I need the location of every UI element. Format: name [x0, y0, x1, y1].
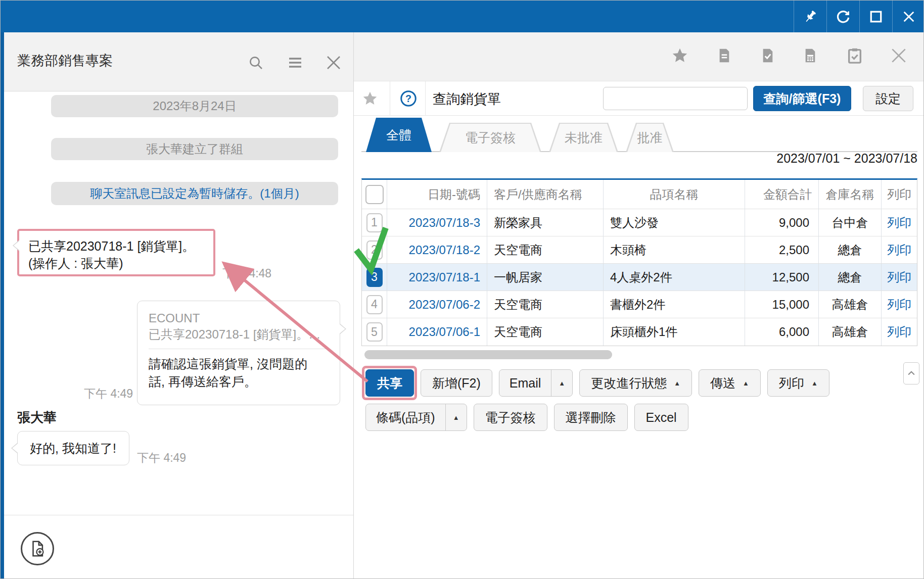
print-link[interactable]: 列印 [882, 291, 917, 318]
attach-file-button[interactable] [21, 532, 54, 565]
chat-footer-divider [4, 515, 353, 515]
warehouse-cell: 高雄倉 [819, 291, 882, 318]
chat-header: 業務部銷售專案 [4, 32, 353, 91]
table-row: 2 2023/07/18-2 天空電商 木頭椅 2,500 總倉 列印 [362, 236, 917, 264]
close-icon[interactable] [888, 44, 910, 67]
new-button[interactable]: 新增(F2) [421, 369, 492, 397]
warehouse-cell: 總倉 [819, 264, 882, 291]
share-button[interactable]: 共享 [365, 369, 414, 397]
email-button-main[interactable]: Email [499, 370, 551, 396]
row-selector[interactable]: 1 [366, 213, 383, 232]
dropdown-arrow-icon: ▲ [743, 379, 749, 387]
clipboard-check-icon[interactable] [844, 44, 866, 67]
select-delete-button[interactable]: 選擇刪除 [554, 404, 628, 431]
row-selector-selected[interactable]: 3 [366, 268, 383, 287]
send-button[interactable]: 傳送 ▲ [699, 369, 761, 397]
help-icon[interactable]: ? [398, 88, 419, 109]
document-calculator-icon[interactable] [799, 44, 821, 67]
shared-doc-preview[interactable]: 已共享20230718-1 [銷貨單]。… [149, 326, 329, 343]
print-link[interactable]: 列印 [882, 318, 917, 346]
system-message-retention: 聊天室訊息已設定為暫時儲存。(1個月) [51, 182, 338, 205]
table-row: 1 2023/07/18-3 新榮家具 雙人沙發 9,000 台中倉 列印 [362, 209, 917, 236]
barcode-dropdown-arrow[interactable]: ▲ [445, 404, 467, 430]
reply-message-text: 好的, 我知道了! [30, 440, 116, 457]
shared-message-line1: 已共享20230718-1 [銷貨單]。 [28, 237, 204, 255]
order-date-link[interactable]: 2023/07/18-1 [387, 264, 487, 291]
bubble-tail [340, 323, 346, 334]
item-cell: 4人桌外2件 [604, 264, 745, 291]
chevron-up-icon [906, 368, 916, 378]
message-time: 下午 4:49 [137, 450, 186, 466]
scroll-up-button[interactable] [903, 362, 919, 384]
filter-button[interactable]: 查詢/篩選(F3) [753, 86, 851, 111]
print-link[interactable]: 列印 [882, 209, 917, 236]
menu-icon[interactable] [285, 53, 305, 73]
window-left-border [1, 32, 4, 579]
print-link[interactable]: 列印 [882, 236, 917, 264]
page-title: 查詢銷貨單 [433, 90, 501, 108]
barcode-button-main[interactable]: 條碼(品項) [366, 404, 445, 430]
message-sender: ECOUNT [149, 310, 329, 326]
tab-approved[interactable]: 批准 [626, 123, 674, 152]
horizontal-scrollbar[interactable] [364, 350, 612, 359]
sales-order-table: 日期-號碼 客戶/供應商名稱 品項名稱 金額合計 倉庫名稱 列印 1 2023/… [361, 178, 917, 346]
document-check-icon[interactable] [757, 44, 779, 67]
tab-unapproved[interactable]: 未批准 [549, 123, 618, 152]
col-header-customer: 客戶/供應商名稱 [487, 180, 604, 209]
document-icon[interactable] [713, 44, 735, 67]
change-status-button[interactable]: 更改進行狀態 ▲ [579, 369, 692, 397]
dropdown-arrow-icon: ▲ [811, 379, 818, 387]
tab-e-approval[interactable]: 電子簽核 [439, 123, 541, 152]
close-icon[interactable] [324, 53, 344, 73]
amount-cell: 15,000 [745, 291, 819, 318]
excel-button[interactable]: Excel [634, 404, 688, 431]
pin-icon[interactable] [794, 1, 826, 32]
system-message-date: 2023年8月24日 [51, 95, 338, 117]
message-body-line1: 請確認這張銷貨單, 沒問題的 [149, 355, 329, 373]
ecount-message-bubble: ECOUNT 已共享20230718-1 [銷貨單]。… 請確認這張銷貨單, 沒… [137, 301, 340, 405]
table-row: 4 2023/07/06-2 天空電商 書櫃外2件 15,000 高雄倉 列印 [362, 291, 917, 318]
action-buttons-row1: 共享 新增(F2) Email ▲ 更改進行狀態 ▲ 傳送 ▲ 列印 ▲ [365, 369, 829, 397]
table-row: 5 2023/07/06-1 天空電商 床頭櫃外1件 6,000 高雄倉 列印 [362, 318, 917, 346]
search-icon[interactable] [246, 53, 266, 73]
shared-message-bubble[interactable]: 已共享20230718-1 [銷貨單]。 (操作人 : 張大華) [17, 229, 215, 276]
file-plus-icon [29, 540, 46, 557]
refresh-icon[interactable] [826, 1, 859, 32]
shared-message-line2: (操作人 : 張大華) [28, 255, 204, 272]
row-selector[interactable]: 5 [366, 322, 383, 342]
settings-button[interactable]: 設定 [863, 86, 913, 111]
reply-message-bubble: 好的, 我知道了! [17, 431, 129, 465]
col-header-item: 品項名稱 [604, 180, 745, 209]
tab-all[interactable]: 全體 [366, 118, 432, 152]
row-selector[interactable]: 4 [366, 295, 383, 314]
col-header-date: 日期-號碼 [387, 180, 487, 209]
amount-cell: 6,000 [745, 318, 819, 346]
close-icon[interactable] [892, 1, 924, 32]
search-input[interactable] [603, 87, 748, 110]
system-message-group-created: 張大華建立了群組 [51, 138, 338, 160]
print-button[interactable]: 列印 ▲ [767, 369, 829, 397]
amount-cell: 9,000 [745, 209, 819, 236]
row-selector[interactable]: 2 [366, 240, 383, 260]
favorite-star-icon[interactable] [360, 88, 380, 109]
order-date-link[interactable]: 2023/07/06-2 [387, 291, 487, 318]
message-sender-name: 張大華 [17, 409, 57, 426]
window-toolbar [354, 32, 924, 81]
maximize-icon[interactable] [859, 1, 892, 32]
order-date-link[interactable]: 2023/07/06-1 [387, 318, 487, 346]
warehouse-cell: 高雄倉 [819, 318, 882, 346]
select-all-checkbox[interactable] [365, 185, 384, 204]
star-icon[interactable] [669, 44, 691, 67]
query-header-row: ? 查詢銷貨單 查詢/篩選(F3) 設定 [354, 81, 924, 116]
divider [390, 81, 390, 116]
order-date-link[interactable]: 2023/07/18-3 [387, 209, 487, 236]
customer-cell: 天空電商 [487, 236, 604, 264]
e-approval-button[interactable]: 電子簽核 [474, 404, 547, 431]
divider [425, 81, 426, 116]
warehouse-cell: 台中倉 [819, 209, 882, 236]
email-dropdown-arrow[interactable]: ▲ [551, 370, 572, 396]
order-date-link[interactable]: 2023/07/18-2 [387, 236, 487, 264]
message-time: 下午 4:48 [222, 266, 271, 281]
warehouse-cell: 總倉 [819, 236, 882, 264]
print-link[interactable]: 列印 [882, 264, 917, 291]
